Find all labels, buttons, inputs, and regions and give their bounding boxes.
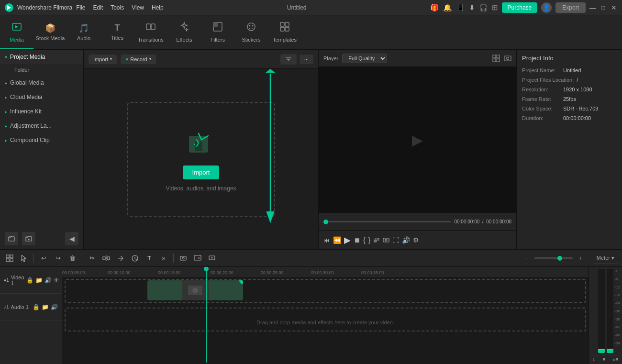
sidebar-item-global-media[interactable]: ▸ Global Media: [0, 76, 83, 90]
playhead[interactable]: [206, 267, 207, 363]
menu-view[interactable]: View: [132, 4, 144, 11]
toolbar-stock-media[interactable]: 📦 Stock Media: [33, 16, 67, 49]
pip-button[interactable]: [192, 253, 203, 264]
record-button[interactable]: ● Record ▾: [121, 55, 156, 64]
playhead-head: [204, 267, 209, 271]
audio-folder-icon[interactable]: 📁: [42, 304, 49, 310]
import-center-button[interactable]: Import: [183, 165, 220, 179]
toolbar-stickers[interactable]: Stickers: [234, 16, 268, 49]
sidebar-item-label: Project Media: [10, 54, 45, 60]
add-marker-button[interactable]: [206, 253, 218, 264]
full-screen-button[interactable]: ⛶: [392, 236, 399, 244]
notification-icon[interactable]: 🔔: [443, 3, 452, 12]
eye-icon[interactable]: 👁: [54, 277, 59, 284]
svg-rect-3: [151, 24, 155, 30]
collapse-panel-button[interactable]: ◀: [65, 232, 78, 245]
zoom-in-button[interactable]: +: [575, 253, 586, 264]
audio-sync-button[interactable]: [115, 253, 126, 264]
speaker-icon[interactable]: 🔊: [44, 277, 52, 284]
sidebar-item-label: Compound Clip: [10, 137, 50, 143]
toolbar-templates[interactable]: Templates: [268, 16, 301, 49]
video1-track-header: ♦1 Video 1 🔒 📁 🔊 👁: [0, 267, 62, 294]
export-button[interactable]: Export: [555, 2, 586, 13]
toolbar-titles[interactable]: T Titles: [100, 16, 134, 49]
media-icon: [11, 22, 22, 35]
timeline-select-button[interactable]: [18, 253, 30, 264]
filter-button[interactable]: [280, 54, 297, 65]
new-folder-button[interactable]: [5, 232, 18, 245]
player-grid-view-button[interactable]: [492, 55, 500, 62]
close-button[interactable]: ✕: [611, 4, 617, 11]
menu-file[interactable]: File: [76, 4, 85, 11]
more-tools-button[interactable]: »: [158, 253, 169, 264]
volume-button[interactable]: 🔊: [402, 236, 410, 244]
add-to-timeline-button[interactable]: [22, 232, 35, 245]
headset-icon[interactable]: 🎧: [479, 3, 488, 12]
import-button[interactable]: Import ▾: [89, 55, 117, 64]
toolbar-filters[interactable]: Filters: [201, 16, 234, 49]
redo-button[interactable]: ↪: [52, 253, 64, 264]
menu-tools[interactable]: Tools: [111, 4, 124, 11]
track-area[interactable]: + Drag and drop media and effects here t…: [62, 276, 589, 364]
audio-lock-icon[interactable]: 🔒: [33, 304, 40, 310]
menu-edit[interactable]: Edit: [93, 4, 103, 11]
toolbar-audio[interactable]: 🎵 Audio: [67, 16, 100, 49]
quality-select[interactable]: Full Quality 1/2 Quality 1/4 Quality: [342, 54, 387, 63]
head-clip-button[interactable]: [178, 253, 189, 264]
split-button[interactable]: [100, 253, 112, 264]
download-icon[interactable]: ⬇: [469, 3, 475, 12]
svg-point-28: [507, 57, 509, 59]
folder-icon[interactable]: 📁: [35, 277, 43, 284]
toolbar-media[interactable]: Media: [0, 16, 33, 49]
maximize-button[interactable]: □: [600, 4, 607, 11]
phone-icon[interactable]: 📱: [456, 3, 465, 12]
purchase-button[interactable]: Purchase: [502, 2, 538, 13]
meter-scale: 0 -6 -12 -18 -24 -30 -36 -42 -48 -54: [614, 269, 620, 345]
timeline-layout-button[interactable]: [4, 253, 15, 264]
sidebar-item-compound-clip[interactable]: ▸ Compound Clip: [0, 133, 83, 147]
lock-icon[interactable]: 🔒: [26, 277, 33, 284]
more-options-button[interactable]: ···: [300, 55, 313, 64]
play-pause-button[interactable]: ▶: [344, 235, 351, 245]
snapshot-button[interactable]: [383, 237, 389, 243]
menu-help[interactable]: Help: [152, 4, 164, 11]
go-to-start-button[interactable]: ⏮: [323, 236, 330, 244]
undo-button[interactable]: ↩: [38, 253, 49, 264]
sidebar-item-influence-kit[interactable]: ▸ Influence Kit: [0, 104, 83, 119]
audio-mute-icon[interactable]: 🔊: [51, 304, 58, 310]
frame-back-button[interactable]: ⏪: [333, 236, 341, 244]
clip-speed-button[interactable]: [129, 253, 141, 264]
add-to-timeline-player-button[interactable]: [373, 237, 380, 243]
sidebar-item-adjustment-layer[interactable]: ▸ Adjustment La...: [0, 119, 83, 133]
sidebar-item-folder[interactable]: Folder: [0, 64, 83, 76]
text-button[interactable]: T: [144, 253, 155, 264]
timeline-content: ♦1 Video 1 🔒 📁 🔊 👁 ♪1 Audio 1 🔒 📁 🔊 00:0…: [0, 267, 622, 364]
stock-media-label: Stock Media: [36, 35, 65, 41]
mark-out-button[interactable]: }: [368, 236, 371, 244]
toolbar-transitions[interactable]: Transitions: [134, 16, 167, 49]
zoom-slider[interactable]: [534, 257, 573, 259]
zoom-out-button[interactable]: −: [521, 253, 533, 264]
meter-label-l: L: [593, 357, 595, 362]
mark-in-button[interactable]: {: [363, 236, 366, 244]
timeline-toolbar: ↩ ↪ 🗑 ✂ T »: [0, 250, 622, 267]
clip-add-button[interactable]: +: [239, 280, 243, 284]
video-clip[interactable]: +: [147, 280, 243, 300]
apps-icon[interactable]: ⊞: [492, 3, 498, 12]
settings-button[interactable]: ⚙: [413, 236, 419, 244]
sidebar-item-cloud-media[interactable]: ▸ Cloud Media: [0, 90, 83, 104]
sidebar-item-project-media[interactable]: ▾ Project Media: [0, 50, 83, 64]
cut-button[interactable]: ✂: [86, 253, 98, 264]
progress-thumb: [323, 220, 328, 224]
profile-icon[interactable]: 👤: [541, 2, 552, 13]
meter-dropdown[interactable]: Meter ▾: [593, 253, 618, 264]
stop-button[interactable]: ⏹: [354, 236, 360, 244]
timeline-scrubber[interactable]: [323, 221, 451, 222]
gift-icon[interactable]: 🎁: [430, 3, 439, 12]
player-snapshot-button[interactable]: [504, 55, 511, 62]
toolbar-effects[interactable]: Effects: [167, 16, 201, 49]
zoom-controls: − +: [521, 253, 586, 264]
minimize-button[interactable]: —: [589, 4, 596, 11]
delete-button[interactable]: 🗑: [67, 253, 78, 264]
ruler-mark-5: 00:00:30:00: [311, 270, 334, 275]
